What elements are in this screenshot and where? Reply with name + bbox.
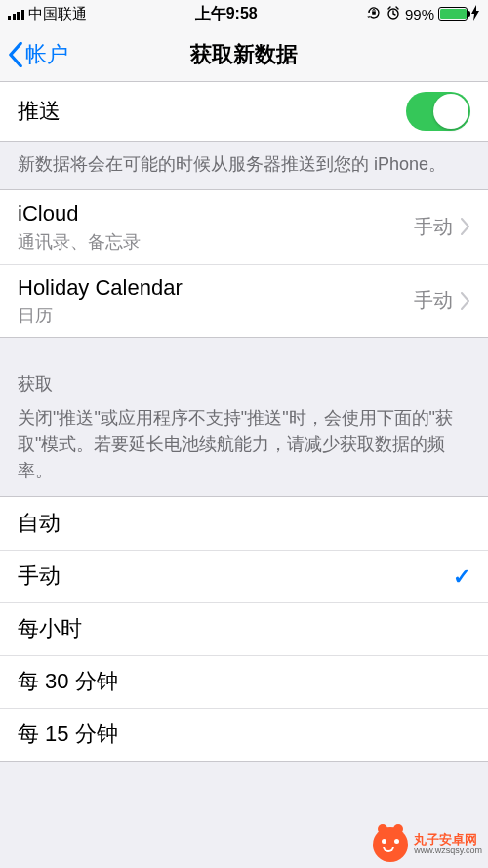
battery-icon [438, 7, 468, 21]
push-cell[interactable]: 推送 [0, 82, 488, 141]
fetch-option[interactable]: 自动 [0, 497, 488, 550]
push-label: 推送 [18, 98, 406, 126]
status-time: 上午9:58 [195, 4, 258, 24]
watermark: 丸子安卓网 www.wzsqsy.com [373, 827, 482, 862]
status-bar: 中国联通 上午9:58 99% [0, 0, 488, 27]
fetch-options-group: 自动手动✓每小时每 30 分钟每 15 分钟 [0, 496, 488, 762]
fetch-description: 关闭"推送"或应用程序不支持"推送"时，会使用下面的"获取"模式。若要延长电池续… [0, 405, 488, 496]
fetch-option-label: 每小时 [18, 615, 470, 643]
checkmark-icon: ✓ [453, 564, 470, 590]
account-cell[interactable]: Holiday Calendar日历手动 [0, 264, 488, 338]
fetch-option[interactable]: 每小时 [0, 602, 488, 655]
nav-title: 获取新数据 [0, 40, 488, 69]
alarm-icon [386, 5, 401, 22]
carrier-label: 中国联通 [28, 5, 87, 23]
account-subtitle: 日历 [18, 304, 414, 327]
account-subtitle: 通讯录、备忘录 [18, 230, 414, 254]
chevron-right-icon [461, 218, 470, 235]
fetch-option-label: 自动 [18, 510, 470, 538]
battery-percent: 99% [405, 6, 434, 22]
watermark-url: www.wzsqsy.com [414, 847, 482, 856]
fetch-header: 获取 [0, 338, 488, 405]
accounts-group: iCloud通讯录、备忘录手动Holiday Calendar日历手动 [0, 189, 488, 338]
signal-icon [8, 8, 24, 20]
watermark-logo-icon [373, 827, 408, 862]
account-value: 手动 [414, 287, 453, 313]
fetch-option[interactable]: 每 30 分钟 [0, 655, 488, 708]
push-toggle[interactable] [406, 92, 470, 131]
charging-icon [471, 5, 480, 22]
status-left: 中国联通 [8, 5, 87, 23]
fetch-option-label: 每 30 分钟 [18, 668, 470, 696]
back-button[interactable]: 帐户 [0, 40, 68, 69]
chevron-left-icon [8, 42, 23, 67]
fetch-option[interactable]: 手动✓ [0, 550, 488, 602]
account-title: Holiday Calendar [18, 274, 414, 303]
fetch-option[interactable]: 每 15 分钟 [0, 708, 488, 761]
account-value: 手动 [414, 214, 453, 240]
push-footer: 新数据将会在可能的时候从服务器推送到您的 iPhone。 [0, 142, 488, 189]
fetch-option-label: 每 15 分钟 [18, 721, 470, 749]
chevron-right-icon [461, 292, 470, 310]
fetch-option-label: 手动 [18, 562, 453, 591]
svg-rect-0 [372, 12, 376, 15]
account-cell[interactable]: iCloud通讯录、备忘录手动 [0, 190, 488, 264]
account-title: iCloud [18, 200, 414, 228]
status-right: 99% [366, 5, 480, 22]
push-group: 推送 [0, 82, 488, 142]
watermark-name: 丸子安卓网 [414, 833, 482, 847]
nav-bar: 帐户 获取新数据 [0, 27, 488, 82]
orientation-lock-icon [366, 5, 382, 22]
back-label: 帐户 [25, 40, 68, 69]
